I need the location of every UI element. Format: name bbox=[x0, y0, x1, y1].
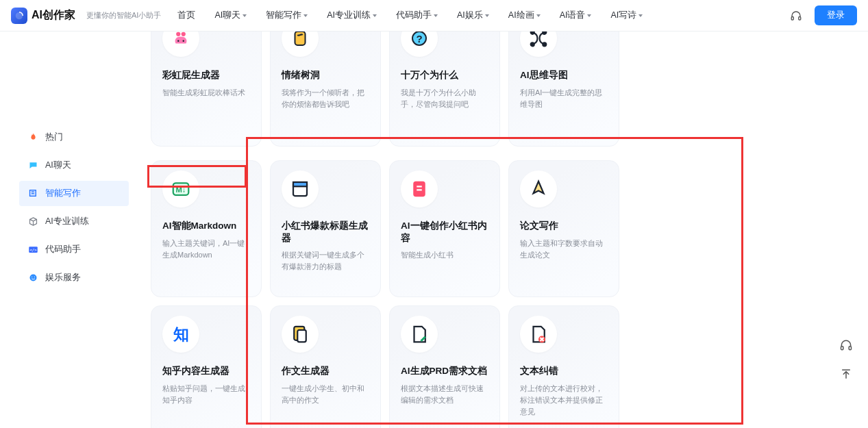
topCards-card[interactable]: 彩虹屁生成器智能生成彩虹屁吹棒话术 bbox=[151, 32, 262, 147]
card-title: 作文生成器 bbox=[282, 365, 369, 377]
card-desc: 输入主题和字数要求自动生成论文 bbox=[520, 238, 608, 261]
cards-card[interactable]: AI一键创作小红书内容智能生成小红书 bbox=[389, 160, 500, 297]
svg-rect-23 bbox=[413, 181, 425, 197]
nav-label: AI语音 bbox=[560, 10, 586, 21]
brand-sub: 更懂你的智能AI小助手 bbox=[86, 10, 161, 21]
cards-card[interactable]: 知知乎内容生成器粘贴知乎问题，一键生成知乎内容 bbox=[151, 305, 262, 428]
card-icon: M↓ bbox=[162, 171, 199, 207]
float-toolbar bbox=[836, 336, 856, 383]
card-icon bbox=[282, 316, 319, 353]
svg-point-7 bbox=[34, 277, 34, 277]
card-desc: 粘贴知乎问题，一键生成知乎内容 bbox=[162, 383, 250, 406]
sidebar-item-training[interactable]: AI专业训练 bbox=[19, 209, 129, 234]
nav-label: AI聊天 bbox=[214, 10, 240, 21]
card-title: 文本纠错 bbox=[520, 365, 608, 377]
chevron-down-icon bbox=[434, 14, 438, 17]
cards-card[interactable]: 小红书爆款标题生成器根据关键词一键生成多个有爆款潜力的标题 bbox=[270, 160, 381, 297]
card-desc: 根据文本描述生成可快速编辑的需求文档 bbox=[401, 383, 488, 406]
chevron-down-icon bbox=[587, 14, 591, 17]
cards-card[interactable]: M↓AI智能Markdown输入主题关键词，AI一键生成Markdown bbox=[151, 160, 262, 297]
sidebar-item-label: 娱乐服务 bbox=[45, 272, 81, 284]
card-icon: 知 bbox=[162, 316, 199, 353]
nav-paint[interactable]: AI绘画 bbox=[508, 10, 541, 21]
topCards-card[interactable]: 情绪树洞我将作为一个倾听者，把你的烦恼都告诉我吧 bbox=[270, 32, 381, 147]
top-card-grid: 彩虹屁生成器智能生成彩虹屁吹棒话术情绪树洞我将作为一个倾听者，把你的烦恼都告诉我… bbox=[151, 32, 847, 147]
nav-training[interactable]: AI专业训练 bbox=[327, 10, 377, 21]
sidebar-item-code[interactable]: </> 代码助手 bbox=[19, 237, 129, 262]
sidebar-item-entertain[interactable]: 娱乐服务 bbox=[19, 265, 129, 290]
brand[interactable]: AI创作家 bbox=[11, 8, 75, 24]
card-icon bbox=[282, 32, 319, 57]
svg-point-5 bbox=[29, 275, 36, 281]
svg-point-16 bbox=[543, 32, 546, 34]
back-to-top-button[interactable] bbox=[836, 364, 856, 383]
nav-home[interactable]: 首页 bbox=[177, 10, 195, 21]
brand-logo-icon bbox=[11, 8, 27, 24]
card-icon bbox=[520, 32, 557, 57]
main: 热门 AI聊天 智能写作 AI专业训练 </> 代码助手 娱乐服务 彩虹屁生成器… bbox=[0, 32, 868, 428]
svg-point-18 bbox=[543, 42, 546, 46]
sidebar: 热门 AI聊天 智能写作 AI专业训练 </> 代码助手 娱乐服务 bbox=[0, 32, 137, 428]
card-desc: 利用AI一键生成完整的思维导图 bbox=[520, 87, 608, 110]
sidebar-item-chat[interactable]: AI聊天 bbox=[19, 153, 129, 178]
support-button[interactable] bbox=[836, 336, 856, 355]
card-title: 论文写作 bbox=[520, 220, 608, 232]
chevron-down-icon bbox=[536, 14, 541, 17]
nav-label: AI写诗 bbox=[610, 10, 636, 21]
nav-entertain[interactable]: AI娱乐 bbox=[457, 10, 489, 21]
card-title: 知乎内容生成器 bbox=[162, 365, 250, 377]
svg-rect-1 bbox=[791, 16, 793, 20]
cards-card[interactable]: 文本纠错对上传的文本进行校对，标注错误文本并提供修正意见 bbox=[508, 305, 619, 428]
card-title: AI一键创作小红书内容 bbox=[401, 220, 488, 244]
sidebar-item-label: AI专业训练 bbox=[45, 216, 89, 227]
nav-label: 首页 bbox=[177, 10, 195, 21]
sidebar-item-label: 代码助手 bbox=[45, 244, 81, 255]
nav-voice[interactable]: AI语音 bbox=[560, 10, 592, 21]
chat-icon bbox=[27, 160, 38, 171]
svg-point-15 bbox=[531, 32, 534, 34]
nav: 首页 AI聊天 智能写作 AI专业训练 代码助手 AI娱乐 AI绘画 AI语音 … bbox=[177, 10, 643, 21]
card-title: AI智能Markdown bbox=[162, 220, 250, 232]
nav-writing[interactable]: 智能写作 bbox=[266, 10, 308, 21]
nav-label: 代码助手 bbox=[396, 10, 432, 21]
svg-point-9 bbox=[182, 32, 186, 36]
card-icon: ? bbox=[401, 32, 438, 57]
nav-code[interactable]: 代码助手 bbox=[396, 10, 438, 21]
sidebar-item-label: 热门 bbox=[45, 131, 63, 143]
topbar: AI创作家 更懂你的智能AI小助手 首页 AI聊天 智能写作 AI专业训练 代码… bbox=[0, 0, 868, 32]
cards-card[interactable]: 论文写作输入主题和字数要求自动生成论文 bbox=[508, 160, 619, 297]
svg-rect-29 bbox=[849, 347, 851, 350]
chevron-down-icon bbox=[243, 14, 247, 17]
svg-text:知: 知 bbox=[173, 326, 189, 343]
cards-card[interactable]: AI生成PRD需求文档根据文本描述生成可快速编辑的需求文档 bbox=[389, 305, 500, 428]
cube-icon bbox=[27, 216, 38, 227]
login-button[interactable]: 登录 bbox=[815, 5, 857, 25]
sidebar-item-label: 智能写作 bbox=[45, 188, 81, 199]
sidebar-item-writing[interactable]: 智能写作 bbox=[19, 181, 129, 206]
topCards-card[interactable]: ?十万个为什么我是十万个为什么小助手，尽管向我提问吧 bbox=[389, 32, 500, 147]
svg-point-17 bbox=[531, 42, 534, 46]
card-desc: 输入主题关键词，AI一键生成Markdown bbox=[162, 238, 250, 261]
sidebar-item-hot[interactable]: 热门 bbox=[19, 125, 129, 150]
svg-point-11 bbox=[183, 40, 185, 42]
card-title: AI生成PRD需求文档 bbox=[401, 365, 488, 377]
card-desc: 我将作为一个倾听者，把你的烦恼都告诉我吧 bbox=[282, 87, 369, 110]
cards-card[interactable]: 作文生成器一键生成小学生、初中和高中的作文 bbox=[270, 305, 381, 428]
card-icon bbox=[162, 32, 199, 57]
headset-icon[interactable] bbox=[790, 10, 802, 22]
svg-rect-2 bbox=[799, 16, 801, 20]
nav-label: 智能写作 bbox=[266, 10, 301, 21]
content: 彩虹屁生成器智能生成彩虹屁吹棒话术情绪树洞我将作为一个倾听者，把你的烦恼都告诉我… bbox=[137, 32, 868, 428]
topCards-card[interactable]: AI思维导图利用AI一键生成完整的思维导图 bbox=[508, 32, 619, 147]
svg-point-10 bbox=[177, 40, 179, 42]
code-icon: </> bbox=[27, 244, 38, 255]
card-icon bbox=[401, 316, 438, 353]
nav-poem[interactable]: AI写诗 bbox=[610, 10, 643, 21]
edit-icon bbox=[27, 188, 38, 199]
nav-chat[interactable]: AI聊天 bbox=[214, 10, 247, 21]
chevron-down-icon bbox=[638, 14, 643, 17]
nav-label: AI专业训练 bbox=[327, 10, 371, 21]
card-desc: 我是十万个为什么小助手，尽管向我提问吧 bbox=[401, 87, 488, 110]
topbar-right: 登录 bbox=[790, 5, 857, 25]
card-desc: 智能生成小红书 bbox=[401, 249, 488, 261]
